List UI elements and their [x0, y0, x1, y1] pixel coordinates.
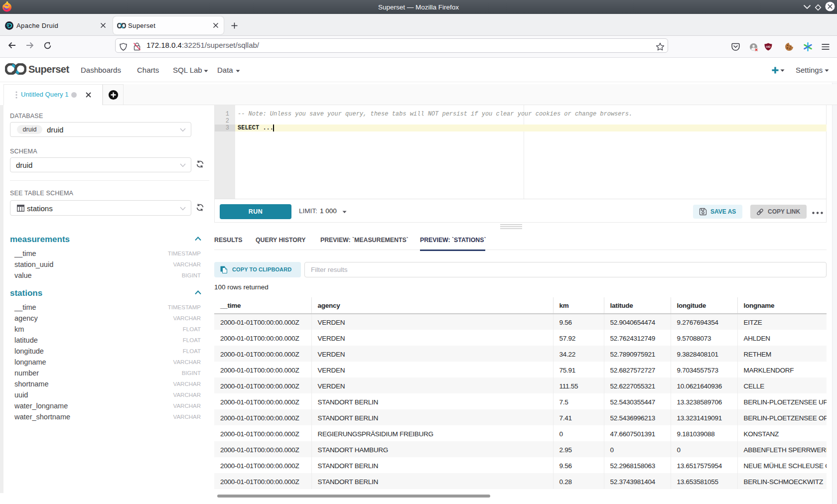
svg-text:UO: UO — [766, 45, 771, 48]
